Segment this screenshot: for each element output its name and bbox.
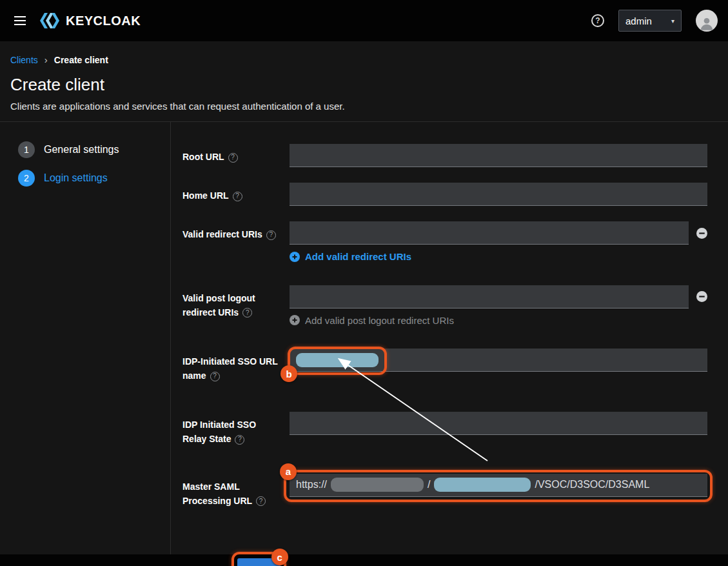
nav-toggle-button[interactable]	[10, 12, 30, 29]
step-number-1: 1	[18, 141, 35, 158]
wizard-step-login-settings[interactable]: 2 Login settings	[18, 170, 170, 187]
idp-initiated-sso-relay-state-input[interactable]	[290, 412, 707, 435]
add-valid-post-logout-redirect-uris-button[interactable]: Add valid post logout redirect URIs	[290, 315, 454, 326]
url-suffix: /VSOC/D3SOC/D3SAML	[535, 479, 649, 490]
masthead: KEYCLOAK ? admin ▾	[0, 0, 728, 41]
minus-circle-icon	[696, 228, 707, 239]
question-circle-icon: ?	[591, 14, 604, 27]
keycloak-logo: KEYCLOAK	[39, 12, 141, 29]
avatar[interactable]	[696, 10, 718, 32]
master-saml-processing-url-label: Master SAML Processing URL?	[182, 474, 290, 509]
help-icon[interactable]: ?	[256, 496, 266, 506]
breadcrumb-clients-link[interactable]: Clients	[10, 55, 38, 65]
valid-redirect-uris-input[interactable]	[290, 221, 689, 245]
master-saml-processing-url-input[interactable]: https:// / /VSOC/D3SOC/D3SAML	[290, 474, 707, 497]
save-button-wrapper: Save c	[237, 558, 280, 566]
remove-post-logout-uri-button[interactable]	[696, 291, 707, 302]
breadcrumb-chevron-icon: ›	[44, 54, 48, 65]
keycloak-admin-console: KEYCLOAK ? admin ▾ Clients › Create clie…	[0, 0, 728, 566]
home-url-label: Home URL?	[182, 183, 290, 206]
field-root-url: Root URL?	[182, 144, 707, 167]
caret-down-icon: ▾	[671, 17, 674, 25]
remove-redirect-uri-button[interactable]	[696, 228, 707, 239]
root-url-input[interactable]	[290, 144, 707, 167]
breadcrumb: Clients › Create client	[10, 54, 718, 65]
wizard-nav: 1 General settings 2 Login settings	[0, 122, 171, 554]
wizard-step-general-settings[interactable]: 1 General settings	[18, 141, 170, 158]
user-menu-label: admin	[625, 15, 652, 26]
help-icon[interactable]: ?	[235, 435, 244, 445]
plus-circle-icon	[290, 252, 300, 262]
field-home-url: Home URL?	[182, 183, 707, 206]
field-valid-redirect-uris: Valid redirect URIs?	[182, 221, 707, 265]
idp-initiated-sso-url-name-label: IDP-Initiated SSO URL name?	[182, 349, 290, 383]
field-master-saml-processing-url: Master SAML Processing URL? https:// / /…	[182, 474, 707, 509]
page-subtitle: Clients are applications and services th…	[10, 100, 718, 112]
help-icon[interactable]: ?	[242, 308, 252, 318]
url-prefix: https://	[296, 479, 327, 490]
root-url-label: Root URL?	[182, 144, 290, 167]
help-icon[interactable]: ?	[210, 372, 220, 381]
help-icon[interactable]: ?	[228, 153, 238, 163]
user-menu-dropdown[interactable]: admin ▾	[618, 10, 682, 32]
redacted-value	[296, 353, 379, 367]
keycloak-logo-icon	[39, 12, 61, 29]
idp-initiated-sso-relay-state-label: IDP Initiated SSO Relay State?	[182, 412, 290, 447]
help-icon[interactable]: ?	[591, 14, 604, 27]
help-icon[interactable]: ?	[233, 192, 242, 201]
field-idp-initiated-sso-url-name: IDP-Initiated SSO URL name? b	[182, 349, 707, 383]
brand-name: KEYCLOAK	[66, 14, 141, 28]
annotation-badge-b: b	[280, 365, 297, 382]
user-avatar-icon	[698, 15, 715, 32]
valid-redirect-uris-label: Valid redirect URIs?	[182, 221, 290, 265]
plus-circle-icon	[290, 315, 300, 325]
annotation-badge-a: a	[280, 463, 297, 480]
step-label-general-settings: General settings	[44, 144, 119, 156]
step-number-2: 2	[18, 170, 35, 187]
idp-initiated-sso-url-name-input[interactable]	[290, 349, 707, 372]
annotation-badge-c: c	[271, 549, 288, 565]
add-valid-redirect-uris-button[interactable]: Add valid redirect URIs	[290, 251, 411, 262]
redacted-host	[331, 478, 424, 492]
breadcrumb-current: Create client	[54, 55, 108, 65]
field-valid-post-logout-redirect-uris: Valid post logout redirect URIs?	[182, 285, 707, 328]
footer-bar	[0, 554, 728, 566]
field-idp-initiated-sso-relay-state: IDP Initiated SSO Relay State?	[182, 412, 707, 447]
valid-post-logout-redirect-uris-input[interactable]	[290, 285, 689, 308]
create-client-wizard: 1 General settings 2 Login settings Root…	[0, 122, 728, 554]
redacted-path	[434, 478, 531, 492]
url-separator: /	[428, 479, 430, 490]
hamburger-icon	[14, 16, 26, 17]
home-url-input[interactable]	[290, 183, 707, 206]
login-settings-form: Root URL? Home URL?	[171, 122, 728, 554]
page-header: Clients › Create client Create client Cl…	[0, 41, 728, 122]
help-icon[interactable]: ?	[266, 230, 276, 240]
step-label-login-settings: Login settings	[44, 172, 108, 184]
page-title: Create client	[10, 74, 718, 95]
minus-circle-icon	[696, 291, 707, 302]
masthead-actions: ? admin ▾	[591, 10, 718, 32]
valid-post-logout-redirect-uris-label: Valid post logout redirect URIs?	[182, 285, 290, 328]
